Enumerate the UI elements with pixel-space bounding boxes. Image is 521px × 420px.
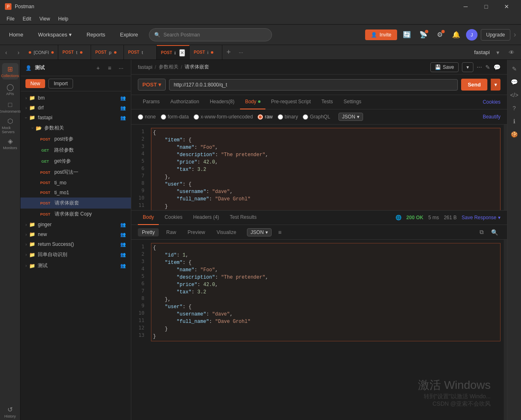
tab-4[interactable]: POST t (124, 45, 157, 60)
url-input[interactable] (169, 79, 458, 91)
sort-btn[interactable]: ≡ (105, 63, 114, 73)
opt-binary[interactable]: binary (278, 114, 298, 120)
sidebar-item-mock-servers[interactable]: ⬡ Mock Servers (2, 117, 18, 134)
right-icon-cookie[interactable]: 🍪 (509, 129, 520, 140)
tab-5[interactable]: POST i ✕ (157, 45, 190, 60)
opt-form-data[interactable]: form-data (161, 114, 189, 120)
nav-explore[interactable]: Explore (116, 29, 142, 40)
comment-icon-btn[interactable]: 💬 (494, 64, 500, 70)
minimize-btn[interactable]: ─ (456, 0, 475, 13)
sidebar-item-monitors[interactable]: ◈ Monitors (2, 135, 18, 152)
cookies-link[interactable]: Cookies (483, 99, 500, 105)
req-post-nested[interactable]: POST 请求体嵌套 (21, 198, 131, 209)
tab-settings[interactable]: Settings (339, 95, 366, 109)
format-tab-raw[interactable]: Raw (162, 228, 180, 236)
tab-6[interactable]: POST i (190, 45, 222, 60)
add-tab-btn[interactable]: + (222, 45, 235, 60)
tab-headers[interactable]: Headers (8) (205, 95, 239, 109)
req-post-method1[interactable]: POST post写法一 (21, 167, 131, 178)
right-icon-comment[interactable]: 💬 (509, 76, 520, 88)
nav-reports[interactable]: Reports (82, 29, 110, 40)
settings-icon-btn[interactable]: ⚙ (433, 28, 446, 41)
tab-5-close-btn[interactable]: ✕ (179, 49, 185, 57)
sync-icon-btn[interactable]: 🔄 (400, 28, 414, 41)
resp-tab-headers[interactable]: Headers (4) (188, 211, 224, 225)
more-options-btn[interactable]: ··· (477, 64, 482, 71)
folder-params[interactable]: › 📂 参数相关 (21, 123, 131, 134)
tab-forward-btn[interactable]: › (12, 45, 25, 60)
avatar[interactable]: J (466, 29, 478, 41)
sidebar-item-collections[interactable]: ⊞ Collections (2, 63, 18, 79)
tab-tests[interactable]: Tests (316, 95, 338, 109)
response-code[interactable]: 1 2 3 4 5 6 7 8 9 10 11 12 13 (131, 240, 507, 420)
tab-eye-btn[interactable]: 👁 (505, 45, 518, 60)
breadcrumb-fastapi[interactable]: fastapi (138, 64, 152, 70)
collection-ginger[interactable]: › 📁 ginger 👥 (21, 220, 131, 229)
req-post-timo1[interactable]: POST ti_mo1 (21, 188, 131, 198)
sidebar-item-environments[interactable]: □ Environments (2, 99, 18, 116)
invite-btn[interactable]: 👤 Invite (365, 30, 397, 40)
bell-icon-btn[interactable]: 🔔 (450, 28, 463, 41)
beautify-btn[interactable]: Beautify (483, 114, 500, 120)
tab-params[interactable]: Params (138, 95, 165, 109)
resp-tab-cookies[interactable]: Cookies (160, 211, 187, 225)
tab-2[interactable]: POST t (58, 45, 91, 60)
resp-tab-body[interactable]: Body (138, 211, 159, 225)
close-btn[interactable]: ✕ (497, 0, 516, 13)
collection-drf[interactable]: › 📁 drf 👥 (21, 103, 131, 113)
req-get-params[interactable]: GET get传参 (21, 156, 131, 167)
collection-new[interactable]: › 📁 new 👥 (21, 229, 131, 239)
save-dropdown-btn[interactable]: ▾ (462, 62, 473, 72)
right-icon-edit[interactable]: ✎ (509, 63, 520, 75)
save-btn[interactable]: 💾 Save (430, 62, 458, 72)
upgrade-btn[interactable]: Upgrade (481, 29, 510, 41)
tab-1[interactable]: [CONFI (25, 45, 58, 60)
collection-huidan[interactable]: › 📁 回单自动识别 👥 (21, 249, 131, 260)
opt-raw[interactable]: raw (258, 114, 272, 120)
req-post-timo[interactable]: POST ti_mo (21, 178, 131, 188)
collection-ceshi[interactable]: › 📁 测试 👥 (21, 260, 131, 271)
tab-dropdown-btn[interactable]: ▾ (491, 45, 504, 60)
send-btn[interactable]: Send (461, 79, 487, 91)
editor-scrollbar[interactable] (504, 125, 507, 210)
menu-file[interactable]: File (3, 14, 18, 23)
resp-wrap-icon[interactable]: ≡ (278, 229, 281, 236)
opt-none[interactable]: none (138, 114, 156, 120)
import-btn[interactable]: Import (48, 79, 73, 89)
format-tab-visualize[interactable]: Visualize (213, 228, 240, 236)
search-bar[interactable]: 🔍 Search Postman (149, 28, 272, 41)
json-format-select[interactable]: JSON ▾ (338, 113, 363, 121)
nav-workspaces[interactable]: Workspaces ▾ (34, 29, 76, 40)
menu-help[interactable]: Help (55, 14, 72, 23)
tab-prerequest[interactable]: Pre-request Script (266, 95, 316, 109)
sidebar-item-apis[interactable]: ◯ APIs (2, 81, 18, 98)
satellite-icon-btn[interactable]: 📡 (417, 28, 430, 41)
format-tab-pretty[interactable]: Pretty (138, 228, 159, 236)
resp-scrollbar[interactable] (504, 240, 507, 420)
collection-bm[interactable]: › 📁 bm 👥 (21, 93, 131, 103)
request-body-editor[interactable]: 1 2 3 4 5 6 7 8 9 10 11 12 { "ite (131, 125, 507, 211)
opt-urlencoded[interactable]: x-www-form-urlencoded (194, 114, 253, 120)
tab-back-btn[interactable]: ‹ (0, 45, 12, 60)
collection-fastapi[interactable]: › 📁 fastapi 👥 (21, 113, 131, 123)
tab-3[interactable]: POST p (91, 45, 124, 60)
resp-json-select[interactable]: JSON ▾ (247, 228, 272, 236)
copy-resp-btn[interactable]: ⧉ (477, 227, 486, 237)
resp-code-content[interactable]: { "id": 1, "item": { "name": "Foo", "des… (148, 240, 507, 345)
menu-edit[interactable]: Edit (19, 14, 34, 23)
edit-icon-btn[interactable]: ✎ (485, 64, 490, 70)
send-dropdown-btn[interactable]: ▾ (491, 79, 500, 91)
maximize-btn[interactable]: □ (477, 0, 496, 13)
more-tabs-btn[interactable]: ··· (235, 45, 247, 60)
right-icon-info[interactable]: ℹ (509, 116, 520, 127)
resp-tab-test-results[interactable]: Test Results (225, 211, 261, 225)
search-resp-btn[interactable]: 🔍 (489, 227, 500, 237)
tab-body[interactable]: Body (240, 95, 265, 109)
sidebar-item-history[interactable]: ↺ History (2, 404, 18, 420)
right-icon-help[interactable]: ? (509, 102, 520, 114)
nav-home[interactable]: Home (5, 29, 27, 40)
req-get-path[interactable]: GET 路径参数 (21, 145, 131, 156)
breadcrumb-params[interactable]: 参数相关 (159, 64, 178, 70)
format-tab-preview[interactable]: Preview (183, 228, 209, 236)
panel-more-btn[interactable]: ··· (116, 63, 126, 73)
